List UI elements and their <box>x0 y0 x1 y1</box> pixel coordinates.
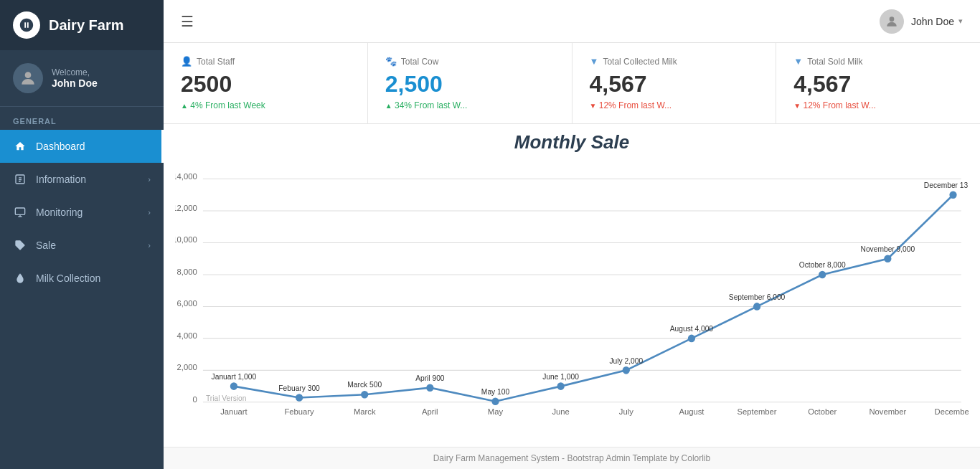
svg-text:CanvasJS.com: CanvasJS.com <box>912 417 961 417</box>
topbar-caret: ▾ <box>958 16 963 26</box>
svg-point-29 <box>426 384 433 392</box>
stat-total-collected-milk: ▼ Total Collected Milk 4,567 12% From la… <box>573 43 777 123</box>
sidebar-item-dashboard[interactable]: Dashboard <box>0 130 164 163</box>
chevron-icon-information: › <box>148 175 151 184</box>
collected-icon: ▼ <box>590 56 599 67</box>
staff-icon: 👤 <box>181 56 192 67</box>
svg-point-9 <box>890 16 895 22</box>
svg-point-36 <box>884 255 891 262</box>
svg-point-30 <box>491 397 499 405</box>
svg-point-34 <box>753 303 760 311</box>
welcome-text: Welcome, <box>52 67 98 77</box>
user-avatar <box>13 63 43 93</box>
svg-text:12,000: 12,000 <box>175 204 197 212</box>
topbar-right: John Doe ▾ <box>880 9 963 34</box>
stat-staff-label: 👤 Total Staff <box>181 56 350 67</box>
svg-text:July: July <box>619 407 633 416</box>
chevron-icon-sale: › <box>148 241 151 250</box>
svg-text:December 13,000: December 13,000 <box>924 181 969 189</box>
stat-total-staff: 👤 Total Staff 2500 4% From last Week <box>164 43 368 123</box>
svg-text:Febuary: Febuary <box>284 407 314 416</box>
svg-text:June: June <box>552 407 569 416</box>
user-info: Welcome, John Doe <box>52 67 98 89</box>
chart-area: Monthly Sale 0 2,000 4,000 6,000 8,000 1… <box>164 124 980 447</box>
sidebar-item-milk-collection[interactable]: Milk Collection <box>0 262 164 295</box>
stat-sold-change: 12% From last W... <box>793 100 963 110</box>
svg-text:April 900: April 900 <box>415 374 445 382</box>
sidebar-user: Welcome, John Doe <box>0 50 164 107</box>
svg-text:2,000: 2,000 <box>177 363 197 371</box>
stat-staff-change: 4% From last Week <box>181 100 350 110</box>
svg-point-27 <box>296 394 303 402</box>
svg-text:May: May <box>488 407 504 416</box>
droplet-icon <box>13 271 27 285</box>
brand-area: Dairy Farm <box>0 0 164 50</box>
sidebar-item-monitoring[interactable]: Monitoring › <box>0 196 164 229</box>
milk-collection-label: Milk Collection <box>36 273 151 284</box>
brand-title: Dairy Farm <box>49 17 124 34</box>
chart-svg: 0 2,000 4,000 6,000 8,000 10,000 12,000 … <box>175 159 969 417</box>
information-label: Information <box>36 174 148 185</box>
topbar-avatar <box>880 9 904 34</box>
footer: Dairy Farm Management System - Bootstrap… <box>164 447 980 469</box>
svg-text:Marck 500: Marck 500 <box>347 380 382 388</box>
svg-text:October 8,000: October 8,000 <box>799 261 846 269</box>
chart-title: Monthly Sale <box>175 131 969 153</box>
sidebar-section-general: GENERAL <box>0 107 164 130</box>
svg-text:Januart: Januart <box>220 407 248 416</box>
svg-text:November: November <box>869 407 906 416</box>
svg-text:14,000: 14,000 <box>175 171 197 180</box>
hamburger-icon[interactable]: ☰ <box>181 13 194 30</box>
chart-container: 0 2,000 4,000 6,000 8,000 10,000 12,000 … <box>175 159 969 417</box>
monitoring-label: Monitoring <box>36 207 148 218</box>
stat-total-cow: 🐾 Total Cow 2,500 34% From last W... <box>368 43 573 123</box>
svg-text:September 6,000: September 6,000 <box>729 293 786 301</box>
chevron-icon-monitoring: › <box>148 208 151 217</box>
svg-point-37 <box>949 191 956 199</box>
info-icon <box>13 172 27 186</box>
svg-text:August 4,000: August 4,000 <box>670 325 714 333</box>
stat-total-sold-milk: ▼ Total Sold Milk 4,567 12% From last W.… <box>776 43 980 123</box>
svg-text:0: 0 <box>192 395 197 404</box>
svg-text:Januart 1,000: Januart 1,000 <box>212 373 257 381</box>
svg-text:May 100: May 100 <box>481 388 509 396</box>
sale-label: Sale <box>36 240 148 251</box>
svg-text:November 9,000: November 9,000 <box>861 245 915 253</box>
main-content: ☰ John Doe ▾ 👤 Total Staff 2500 4% From … <box>164 0 980 469</box>
stat-cow-label: 🐾 Total Cow <box>385 56 555 67</box>
svg-text:December: December <box>935 407 969 416</box>
topbar-left: ☰ <box>181 13 194 30</box>
svg-text:October: October <box>808 407 837 416</box>
svg-point-32 <box>623 366 630 374</box>
topbar-user[interactable]: John Doe ▾ <box>911 16 963 27</box>
svg-text:Marck: Marck <box>354 407 376 416</box>
stat-collected-change: 12% From last W... <box>590 100 759 110</box>
stat-collected-value: 4,567 <box>590 71 759 98</box>
stat-cow-value: 2,500 <box>385 71 555 98</box>
svg-text:Febuary 300: Febuary 300 <box>278 384 320 392</box>
svg-point-35 <box>819 271 826 279</box>
svg-text:September: September <box>738 407 777 416</box>
stat-sold-value: 4,567 <box>793 71 963 98</box>
svg-text:8,000: 8,000 <box>177 267 197 276</box>
stat-collected-label: ▼ Total Collected Milk <box>590 56 759 67</box>
sidebar: Dairy Farm Welcome, John Doe GENERAL Das… <box>0 0 164 469</box>
svg-text:July 2,000: July 2,000 <box>609 357 643 365</box>
topbar-username: John Doe <box>911 16 954 27</box>
tag-icon <box>13 238 27 252</box>
sidebar-nav: Dashboard Information › Monitoring › Sal… <box>0 130 164 469</box>
stat-cow-change: 34% From last W... <box>385 100 555 110</box>
svg-point-0 <box>25 72 32 78</box>
svg-point-31 <box>557 382 565 390</box>
brand-icon <box>13 11 40 39</box>
footer-text: Dairy Farm Management System - Bootstrap… <box>433 453 711 463</box>
svg-text:4,000: 4,000 <box>177 331 197 340</box>
sidebar-item-information[interactable]: Information › <box>0 163 164 196</box>
svg-point-28 <box>361 391 368 399</box>
svg-point-26 <box>230 382 237 390</box>
stat-sold-label: ▼ Total Sold Milk <box>793 56 963 67</box>
svg-point-33 <box>688 335 695 343</box>
stats-row: 👤 Total Staff 2500 4% From last Week 🐾 T… <box>164 43 980 124</box>
svg-text:April: April <box>422 407 438 416</box>
sidebar-item-sale[interactable]: Sale › <box>0 229 164 262</box>
